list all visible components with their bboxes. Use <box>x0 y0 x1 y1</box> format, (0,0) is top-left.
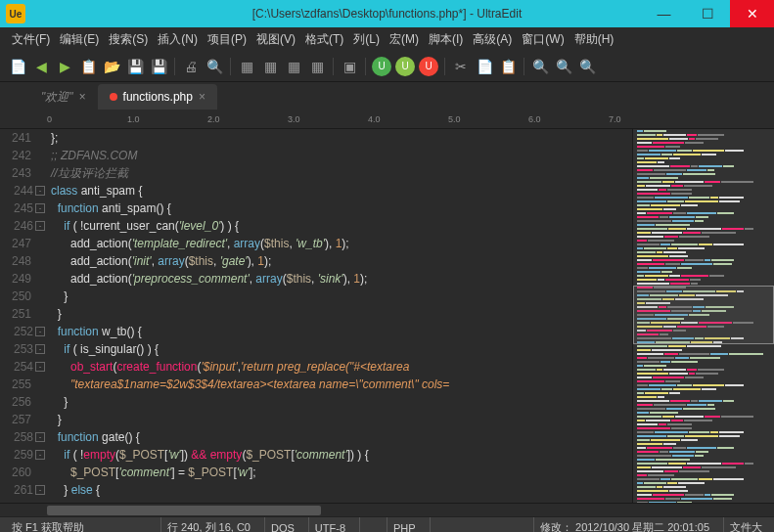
replace-icon[interactable]: 🔍 <box>554 57 573 76</box>
fold-toggle-icon[interactable]: - <box>35 432 45 442</box>
badge-3-icon[interactable]: U <box>419 57 438 76</box>
menu-item[interactable]: 列(L) <box>349 29 384 50</box>
tab-welcome[interactable]: "欢迎" × <box>29 84 98 110</box>
code-line[interactable]: add_action('template_redirect', array($t… <box>51 235 632 252</box>
minimap-line <box>637 365 770 368</box>
modified-dot-icon <box>110 93 117 101</box>
code-line[interactable]: if ( is_singular() ) { <box>51 340 632 358</box>
minimap-line <box>637 130 770 133</box>
menu-item[interactable]: 帮助(H) <box>570 29 618 50</box>
code-line[interactable]: } <box>51 305 632 323</box>
new-file-icon[interactable]: 📄 <box>8 57 27 76</box>
code-line[interactable]: class anti_spam { <box>51 182 632 200</box>
save-all-icon[interactable]: 💾 <box>149 57 168 76</box>
tool-2-icon[interactable]: ▦ <box>260 57 280 76</box>
tool-3-icon[interactable]: ▦ <box>284 57 303 76</box>
menu-item[interactable]: 插入(N) <box>154 29 202 50</box>
code-line[interactable]: if ( !empty($_POST['w']) && empty($_POST… <box>51 446 632 464</box>
minimap-line <box>637 138 770 141</box>
code-line[interactable]: ob_start(create_function('$input','retur… <box>51 358 632 376</box>
tab-close-icon[interactable]: × <box>199 90 205 104</box>
code-line[interactable]: ;; ZDFANS.COM <box>51 147 632 164</box>
status-modified: 修改： 2012/10/30 星期二 20:01:05 <box>533 517 715 532</box>
tool-4-icon[interactable]: ▦ <box>307 57 327 76</box>
minimap-line <box>637 447 770 450</box>
line-number: 260 <box>0 464 45 481</box>
fold-toggle-icon[interactable]: - <box>35 450 45 460</box>
badge-1-icon[interactable]: U <box>372 57 391 76</box>
goto-icon[interactable]: 🔍 <box>577 57 597 76</box>
menu-item[interactable]: 脚本(I) <box>425 29 467 50</box>
code-line[interactable]: function anti_spam() { <box>51 200 632 217</box>
fold-toggle-icon[interactable]: - <box>35 221 45 231</box>
line-number: 252- <box>0 323 45 340</box>
menu-item[interactable]: 视图(V) <box>252 29 299 50</box>
status-language[interactable]: PHP <box>387 517 422 532</box>
status-eol[interactable]: DOS <box>264 517 300 532</box>
code-line[interactable]: //垃圾评论拦截 <box>51 164 632 182</box>
find-icon[interactable]: 🔍 <box>530 57 550 76</box>
save-icon[interactable]: 💾 <box>125 57 145 76</box>
back-icon[interactable]: ◀ <box>31 57 51 76</box>
minimap-line <box>637 384 770 387</box>
menu-item[interactable]: 宏(M) <box>386 29 423 50</box>
minimap[interactable] <box>632 129 774 503</box>
fold-toggle-icon[interactable]: - <box>35 203 45 213</box>
scrollbar-thumb[interactable] <box>47 506 321 515</box>
code-line[interactable]: } else { <box>51 481 632 499</box>
menu-item[interactable]: 格式(T) <box>301 29 347 50</box>
code-content[interactable]: };;; ZDFANS.COM//垃圾评论拦截class anti_spam {… <box>47 129 632 503</box>
toolbar: 📄 ◀ ▶ 📋 📂 💾 💾 🖨 🔍 ▦ ▦ ▦ ▦ ▣ U U U ✂ 📄 📋 … <box>0 51 774 82</box>
minimap-line <box>637 455 770 458</box>
preview-icon[interactable]: 🔍 <box>205 57 224 76</box>
menu-item[interactable]: 高级(A) <box>469 29 516 50</box>
ruler-mark: 5.0 <box>448 114 461 124</box>
minimap-line <box>637 451 770 454</box>
code-line[interactable]: } <box>51 411 632 428</box>
code-line[interactable]: } <box>51 393 632 411</box>
close-button[interactable]: ✕ <box>730 0 774 27</box>
fold-toggle-icon[interactable]: - <box>35 362 45 372</box>
minimize-button[interactable]: — <box>642 0 686 27</box>
horizontal-scrollbar[interactable] <box>0 503 774 516</box>
code-line[interactable]: function w_tb() { <box>51 323 632 340</box>
code-line[interactable]: add_action('init', array($this, 'gate'),… <box>51 252 632 270</box>
menu-item[interactable]: 搜索(S) <box>105 29 152 50</box>
badge-2-icon[interactable]: U <box>395 57 415 76</box>
fold-toggle-icon[interactable]: - <box>35 344 45 354</box>
menu-item[interactable]: 窗口(W) <box>518 29 568 50</box>
status-encoding[interactable]: UTF-8 <box>308 517 351 532</box>
forward-icon[interactable]: ▶ <box>55 57 74 76</box>
fold-toggle-icon[interactable]: - <box>35 485 45 495</box>
menu-item[interactable]: 文件(F) <box>8 29 54 50</box>
cut-icon[interactable]: ✂ <box>451 57 471 76</box>
minimap-line <box>637 396 770 399</box>
ruler-mark: 2.0 <box>207 114 220 124</box>
fold-toggle-icon[interactable]: - <box>35 327 45 336</box>
print-icon[interactable]: 🖨 <box>181 57 201 76</box>
copy-icon[interactable]: 📋 <box>78 57 98 76</box>
tool-1-icon[interactable]: ▦ <box>237 57 256 76</box>
tool-5-icon[interactable]: ▣ <box>340 57 359 76</box>
code-line[interactable]: add_action('preprocess_comment', array($… <box>51 270 632 288</box>
code-line[interactable]: if ( !current_user_can('level_0') ) { <box>51 217 632 235</box>
toolbar-separator <box>174 58 175 75</box>
menu-item[interactable]: 编辑(E) <box>56 29 103 50</box>
tab-label: functions.php <box>123 90 193 104</box>
open-icon[interactable]: 📂 <box>102 57 121 76</box>
fold-toggle-icon[interactable]: - <box>35 186 45 196</box>
code-line[interactable]: "textarea$1name=$2w$3$4/textarea><textar… <box>51 376 632 393</box>
paste-icon[interactable]: 📋 <box>498 57 518 76</box>
copy2-icon[interactable]: 📄 <box>475 57 494 76</box>
code-line[interactable]: }; <box>51 129 632 147</box>
minimap-viewport[interactable] <box>633 286 774 344</box>
code-line[interactable]: $_POST['comment'] = $_POST['w']; <box>51 464 632 481</box>
tab-functions-php[interactable]: functions.php × <box>98 84 217 110</box>
code-pane: 241242243244-245-246-247248249250251252-… <box>0 129 632 503</box>
minimap-line <box>637 494 770 497</box>
maximize-button[interactable]: ☐ <box>686 0 730 27</box>
menu-item[interactable]: 项目(P) <box>204 29 250 50</box>
tab-close-icon[interactable]: × <box>79 90 86 104</box>
code-line[interactable]: } <box>51 288 632 305</box>
code-line[interactable]: function gate() { <box>51 428 632 446</box>
